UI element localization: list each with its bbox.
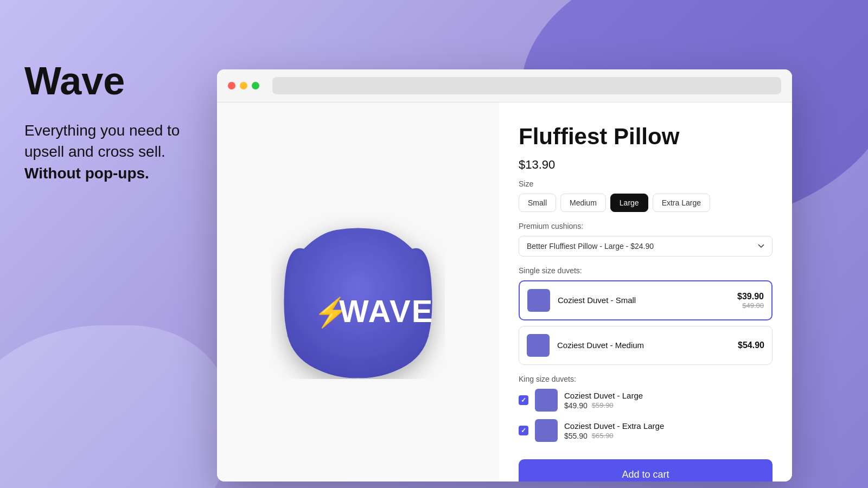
size-large[interactable]: Large <box>610 194 648 212</box>
background-blob-bottom-left <box>0 325 228 488</box>
king-thumb-xl <box>535 419 558 442</box>
traffic-light-yellow[interactable] <box>240 82 247 89</box>
premium-cushions-dropdown[interactable]: Better Fluffiest Pillow - Large - $24.90 <box>519 236 773 256</box>
add-to-cart-button[interactable]: Add to cart <box>519 459 773 481</box>
left-panel: Wave Everything you need to upsell and c… <box>24 60 198 184</box>
king-price-original-large: $59.90 <box>592 401 614 409</box>
king-name-xl: Coziest Duvet - Extra Large <box>564 421 773 431</box>
king-name-large: Coziest Duvet - Large <box>564 391 773 400</box>
product-image: ⚡ WAVE <box>271 206 445 379</box>
duvet-name-small: Coziest Duvet - Small <box>558 296 636 305</box>
size-label: Size <box>519 179 773 188</box>
url-bar[interactable] <box>272 77 781 94</box>
king-info-xl: Coziest Duvet - Extra Large $55.90 $65.9… <box>564 421 773 440</box>
browser-chrome <box>217 69 792 102</box>
product-image-area: ⚡ WAVE <box>217 102 499 481</box>
duvet-prices-medium: $54.90 <box>738 341 764 350</box>
premium-cushions-section: Premium cushions: Better Fluffiest Pillo… <box>519 222 773 256</box>
single-duvets-section: Single size duvets: Coziest Duvet - Smal… <box>519 266 773 365</box>
king-duvet-item-large: Coziest Duvet - Large $49.90 $59.90 <box>519 389 773 412</box>
product-panel: Fluffiest Pillow $13.90 Size Small Mediu… <box>499 102 792 481</box>
single-duvet-card-medium[interactable]: Coziest Duvet - Medium $54.90 <box>519 326 773 365</box>
svg-text:WAVE: WAVE <box>339 293 434 329</box>
king-duvets-section: King size duvets: Coziest Duvet - Large … <box>519 375 773 442</box>
duvet-price-original-small: $49.00 <box>742 301 764 310</box>
single-duvets-label: Single size duvets: <box>519 266 773 275</box>
subtitle-text: Everything you need to upsell and cross … <box>24 122 180 181</box>
duvet-price-current-small: $39.90 <box>737 292 764 301</box>
duvet-prices-small: $39.90 $49.00 <box>737 292 764 310</box>
brand-title: Wave <box>24 60 198 102</box>
king-price-current-xl: $55.90 <box>564 432 588 440</box>
duvet-info-medium: Coziest Duvet - Medium <box>557 341 730 350</box>
king-price-current-large: $49.90 <box>564 401 588 410</box>
product-title: Fluffiest Pillow <box>519 124 773 149</box>
king-prices-xl: $55.90 $65.90 <box>564 432 773 440</box>
browser-content: ⚡ WAVE Fluffiest Pillow $13.90 Size Smal… <box>217 102 792 481</box>
size-extra-large[interactable]: Extra Large <box>653 194 710 212</box>
duvet-thumb-medium <box>527 334 550 357</box>
size-options: Small Medium Large Extra Large <box>519 194 773 212</box>
checkbox-xl[interactable] <box>519 426 528 435</box>
product-price: $13.90 <box>519 158 773 172</box>
duvet-thumb-small <box>527 289 550 312</box>
king-price-original-xl: $65.90 <box>592 432 614 440</box>
traffic-lights <box>228 82 259 89</box>
checkbox-large[interactable] <box>519 395 528 405</box>
king-prices-large: $49.90 $59.90 <box>564 401 773 410</box>
single-duvet-card-small[interactable]: Coziest Duvet - Small $39.90 $49.00 <box>519 280 773 320</box>
king-duvet-item-xl: Coziest Duvet - Extra Large $55.90 $65.9… <box>519 419 773 442</box>
browser-window: ⚡ WAVE Fluffiest Pillow $13.90 Size Smal… <box>217 69 792 481</box>
king-duvets-label: King size duvets: <box>519 375 773 383</box>
king-thumb-large <box>535 389 558 412</box>
duvet-info-small: Coziest Duvet - Small <box>558 296 730 305</box>
duvet-price-current-medium: $54.90 <box>738 341 764 350</box>
traffic-light-red[interactable] <box>228 82 235 89</box>
king-info-large: Coziest Duvet - Large $49.90 $59.90 <box>564 391 773 410</box>
duvet-name-medium: Coziest Duvet - Medium <box>557 341 644 350</box>
brand-subtitle: Everything you need to upsell and cross … <box>24 120 198 184</box>
size-medium[interactable]: Medium <box>560 194 606 212</box>
size-small[interactable]: Small <box>519 194 556 212</box>
traffic-light-green[interactable] <box>252 82 259 89</box>
premium-cushions-label: Premium cushions: <box>519 222 773 230</box>
